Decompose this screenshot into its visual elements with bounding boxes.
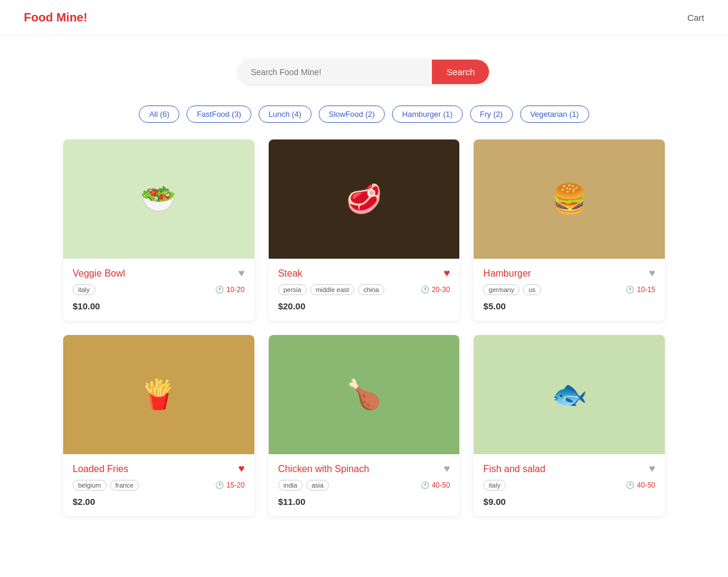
food-time: 🕐 40-50 <box>421 481 450 489</box>
food-tag: china <box>358 284 384 295</box>
clock-icon: 🕐 <box>215 286 224 294</box>
filter-tag-fry[interactable]: Fry (2) <box>470 106 513 123</box>
clock-icon: 🕐 <box>626 481 634 489</box>
filter-tag-slowfood[interactable]: SlowFood (2) <box>319 106 385 123</box>
food-time: 🕐 15-20 <box>215 481 245 489</box>
food-tag: france <box>110 480 139 491</box>
logo: Food Mine! <box>24 11 88 24</box>
food-tag: asia <box>306 480 329 491</box>
food-tag: germany <box>483 284 519 295</box>
food-price: $20.00 <box>278 301 450 311</box>
food-price: $11.00 <box>278 497 450 507</box>
food-time: 🕐 40-50 <box>626 481 655 489</box>
food-card-image: 🐟 <box>474 335 665 454</box>
search-button[interactable]: Search <box>432 60 489 84</box>
food-time: 🕐 10-20 <box>215 286 245 294</box>
clock-icon: 🕐 <box>421 481 430 489</box>
food-card: 🥗Veggie Bowl♥italy🕐 10-20$10.00 <box>63 139 254 321</box>
food-card: 🍟Loaded Fries♥belgiumfrance🕐 15-20$2.00 <box>63 335 254 516</box>
filter-tag-lunch[interactable]: Lunch (4) <box>259 106 312 123</box>
favorite-icon[interactable]: ♥ <box>238 463 245 475</box>
favorite-icon[interactable]: ♥ <box>649 267 655 280</box>
food-card-image: 🍔 <box>474 139 665 259</box>
food-card: 🥩Steak♥persiamiddle eastchina🕐 20-30$20.… <box>269 139 460 321</box>
food-title: Steak <box>278 268 303 279</box>
food-card: 🍗Chicken with Spinach♥indiaasia🕐 40-50$1… <box>269 335 460 516</box>
food-card-image: 🍗 <box>269 335 460 454</box>
food-card: 🐟Fish and salad♥italy🕐 40-50$9.00 <box>474 335 665 516</box>
food-title: Fish and salad <box>483 464 545 474</box>
food-tag: belgium <box>73 480 107 491</box>
clock-icon: 🕐 <box>215 481 224 489</box>
filter-tag-vegetarian[interactable]: Vegetarian (1) <box>520 106 589 123</box>
food-price: $10.00 <box>73 301 245 311</box>
favorite-icon[interactable]: ♥ <box>444 463 450 475</box>
filter-tag-fastfood[interactable]: FastFood (3) <box>186 106 251 123</box>
food-tag: persia <box>278 284 307 295</box>
food-tag: italy <box>73 284 95 295</box>
filter-tag-hamburger[interactable]: Hamburger (1) <box>392 106 463 123</box>
search-input[interactable] <box>239 60 432 84</box>
food-tag: middle east <box>310 284 354 295</box>
food-tag: italy <box>483 480 506 491</box>
search-bar: Search <box>239 60 489 84</box>
favorite-icon[interactable]: ♥ <box>649 463 655 475</box>
food-tag: us <box>523 284 541 295</box>
food-title: Loaded Fries <box>73 464 128 474</box>
food-time: 🕐 10-15 <box>626 286 655 294</box>
food-price: $5.00 <box>483 301 655 311</box>
search-section: Search <box>0 36 728 96</box>
filter-section: All (6)FastFood (3)Lunch (4)SlowFood (2)… <box>0 96 728 139</box>
favorite-icon[interactable]: ♥ <box>444 267 450 280</box>
food-tag: india <box>278 480 303 491</box>
food-card-image: 🥗 <box>63 139 254 259</box>
clock-icon: 🕐 <box>626 286 634 294</box>
food-price: $9.00 <box>483 497 655 507</box>
food-card-image: 🍟 <box>63 335 254 454</box>
filter-tag-all[interactable]: All (6) <box>139 106 179 123</box>
food-card: 🍔Hamburger♥germanyus🕐 10-15$5.00 <box>474 139 665 321</box>
favorite-icon[interactable]: ♥ <box>238 267 245 280</box>
food-card-image: 🥩 <box>269 139 460 259</box>
header: Food Mine! Cart <box>0 0 728 36</box>
food-grid: 🥗Veggie Bowl♥italy🕐 10-20$10.00🥩Steak♥pe… <box>51 139 677 540</box>
food-time: 🕐 20-30 <box>421 286 450 294</box>
clock-icon: 🕐 <box>421 286 430 294</box>
food-title: Chicken with Spinach <box>278 464 369 474</box>
food-title: Veggie Bowl <box>73 268 125 279</box>
food-price: $2.00 <box>73 497 245 507</box>
food-title: Hamburger <box>483 268 531 279</box>
cart-link[interactable]: Cart <box>687 13 704 23</box>
